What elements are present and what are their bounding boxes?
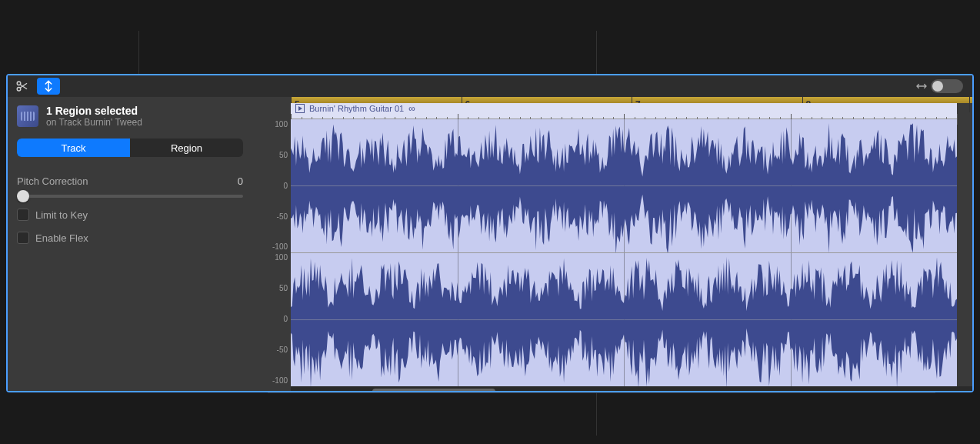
callout-line xyxy=(138,31,139,74)
pitch-correction-value: 0 xyxy=(238,175,243,187)
track-icon xyxy=(17,105,38,127)
pitch-correction-row: Pitch Correction 0 xyxy=(17,175,243,187)
zoom-toggle[interactable] xyxy=(931,79,963,93)
callout-line xyxy=(596,392,597,436)
region-name: Burnin' Rhythm Guitar 01 xyxy=(309,104,404,113)
scale-label: -50 xyxy=(252,213,288,221)
scale-label: -100 xyxy=(252,377,288,385)
scale-label: -50 xyxy=(252,346,288,354)
region-selection-title: 1 Region selected xyxy=(46,105,142,117)
editor-toolbar xyxy=(8,75,972,97)
limit-to-key-label: Limit to Key xyxy=(35,209,88,221)
horizontal-zoom-icon xyxy=(915,80,928,92)
inspector-mode-segmented: Track Region xyxy=(17,139,243,157)
scrollbar-thumb[interactable] xyxy=(372,389,495,391)
scale-label: 50 xyxy=(252,285,288,292)
limit-to-key-row[interactable]: Limit to Key xyxy=(17,209,243,221)
enable-flex-row[interactable]: Enable Flex xyxy=(17,232,243,244)
waveform-area: 5 6 7 8 9 Burnin' Rhythm Guitar 01 ∞ 100… xyxy=(252,97,972,391)
bar-ruler[interactable]: 5 6 7 8 9 xyxy=(291,97,972,103)
editor-main-area: 1 Region selected on Track Burnin' Tweed… xyxy=(8,97,972,391)
inspector-header: 1 Region selected on Track Burnin' Tweed xyxy=(8,97,252,134)
scale-label: 100 xyxy=(252,121,288,129)
scissors-tool-button[interactable] xyxy=(11,78,34,95)
scale-label: -100 xyxy=(252,243,288,251)
scale-label: 100 xyxy=(252,254,288,262)
pitch-correction-slider[interactable] xyxy=(17,195,243,198)
enable-flex-label: Enable Flex xyxy=(35,232,88,244)
inspector-body: Pitch Correction 0 Limit to Key Enable F… xyxy=(8,162,252,258)
waveform-display[interactable] xyxy=(291,119,957,386)
channel-right xyxy=(291,253,957,386)
flex-tool-button[interactable] xyxy=(37,78,60,95)
zoom-control xyxy=(915,79,969,93)
scale-label: 0 xyxy=(252,315,288,323)
callout-line xyxy=(268,392,935,393)
tab-track[interactable]: Track xyxy=(17,139,130,157)
amplitude-scale: 100 50 0 -50 -100 100 50 0 -50 -100 xyxy=(252,119,291,386)
slider-thumb[interactable] xyxy=(17,190,29,202)
horizontal-scrollbar[interactable] xyxy=(291,386,972,391)
audio-editor-window: 1 Region selected on Track Burnin' Tweed… xyxy=(6,74,974,392)
loop-icon: ∞ xyxy=(408,103,415,114)
play-icon[interactable] xyxy=(295,104,305,113)
waveform-container: 100 50 0 -50 -100 100 50 0 -50 -100 xyxy=(252,119,972,386)
enable-flex-checkbox[interactable] xyxy=(17,232,29,244)
inspector-panel: 1 Region selected on Track Burnin' Tweed… xyxy=(8,97,252,391)
scale-label: 50 xyxy=(252,152,288,159)
limit-to-key-checkbox[interactable] xyxy=(17,209,29,221)
callout-line xyxy=(596,31,597,74)
pitch-correction-label: Pitch Correction xyxy=(17,175,88,187)
channel-left xyxy=(291,119,957,253)
scale-label: 0 xyxy=(252,182,288,190)
bar-marker: 9 xyxy=(969,97,972,112)
region-selection-subtitle: on Track Burnin' Tweed xyxy=(46,117,142,128)
region-header[interactable]: Burnin' Rhythm Guitar 01 ∞ xyxy=(291,103,957,114)
tab-region[interactable]: Region xyxy=(130,139,243,157)
